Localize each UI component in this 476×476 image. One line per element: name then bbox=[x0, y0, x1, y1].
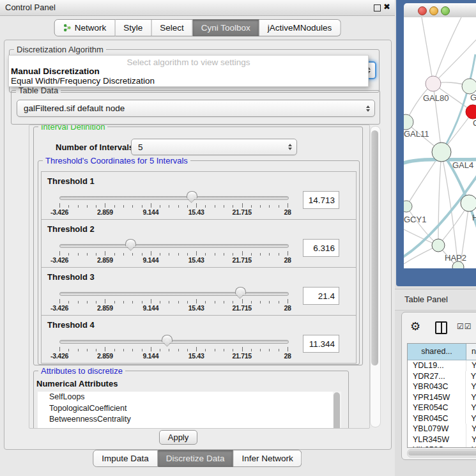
tab-impute-data[interactable]: Impute Data bbox=[93, 450, 158, 467]
table-cell: YLR345W bbox=[408, 434, 466, 445]
dropdown-option-manual-discretization[interactable]: Manual Discretization bbox=[11, 66, 100, 76]
network-window-titlebar[interactable] bbox=[404, 3, 476, 18]
table-cell: YPR145W bbox=[408, 392, 466, 403]
checkbox-filter-icons[interactable]: ☑☑ bbox=[457, 322, 472, 331]
close-traffic-light-icon[interactable] bbox=[418, 6, 427, 15]
slider-thumb[interactable] bbox=[235, 287, 246, 295]
apply-button[interactable]: Apply bbox=[159, 430, 197, 445]
slider-tick-labels: -3.4262.8599.14415.4321.71528 bbox=[59, 304, 288, 312]
slider-thumb[interactable] bbox=[187, 191, 197, 199]
panel-title: Control Panel bbox=[5, 3, 56, 12]
attribute-item[interactable]: BetweennessCentrality bbox=[38, 414, 333, 426]
threshold-slider[interactable]: -3.4262.8599.14415.4321.71528 bbox=[59, 339, 288, 360]
table-cell: YLR3 bbox=[466, 434, 476, 445]
slider-tick-labels: -3.4262.8599.14415.4321.71528 bbox=[59, 208, 288, 216]
dropdown-option-equal-width-frequency[interactable]: Equal Width/Frequency Discretization bbox=[11, 76, 155, 86]
slider-thumb[interactable] bbox=[162, 335, 173, 342]
table-row[interactable]: YIL052CYIL0 bbox=[408, 445, 476, 448]
close-icon[interactable]: ✖ bbox=[383, 2, 390, 12]
group-title: Interval Definition bbox=[38, 125, 107, 132]
table-horizontal-scrollbar[interactable] bbox=[407, 449, 476, 457]
column-layout-icon[interactable] bbox=[435, 321, 447, 334]
table-row[interactable]: YDR27...YDR2 bbox=[408, 371, 476, 382]
algorithm-dropdown-popup: Select algorithm to view settings Manual… bbox=[8, 55, 369, 87]
table-row[interactable]: YDL19...YDL1 bbox=[408, 360, 476, 371]
number-of-intervals-combobox[interactable]: 5 bbox=[131, 139, 297, 155]
tab-style[interactable]: Style bbox=[115, 19, 151, 36]
table-row[interactable]: YBR045CYBR0 bbox=[408, 413, 476, 424]
slider-tick-labels: -3.4262.8599.14415.4321.71528 bbox=[59, 256, 288, 264]
dropdown-prompt: Select algorithm to view settings bbox=[9, 58, 368, 67]
attributes-group: Attributes to discretize Numerical Attri… bbox=[33, 371, 349, 429]
column-header-shared-name[interactable]: shared... bbox=[408, 344, 466, 360]
attribute-item[interactable]: SelfLoops bbox=[38, 392, 333, 403]
numerical-attributes-list: SelfLoopsTopologicalCoefficientBetweenne… bbox=[38, 392, 333, 429]
attributes-list-scrollbar[interactable] bbox=[333, 392, 341, 429]
tab-discretize-data[interactable]: Discretize Data bbox=[158, 450, 234, 467]
table-row[interactable]: YPR145WYPR1 bbox=[408, 392, 476, 403]
tab-label: Impute Data bbox=[102, 450, 149, 466]
attribute-item[interactable]: TopologicalCoefficient bbox=[38, 403, 333, 415]
table-cell: YBR045C bbox=[408, 413, 466, 424]
tab-label: Cyni Toolbox bbox=[201, 20, 250, 36]
group-title: Discretization Algorithm bbox=[14, 45, 106, 54]
table-cell: YPR1 bbox=[466, 392, 476, 403]
tab-cyni-toolbox[interactable]: Cyni Toolbox bbox=[193, 19, 259, 36]
tab-select[interactable]: Select bbox=[151, 19, 193, 36]
table-row[interactable]: YLR345WYLR3 bbox=[408, 434, 476, 445]
tab-infer-network[interactable]: Infer Network bbox=[233, 450, 302, 467]
number-of-intervals-value: 5 bbox=[132, 142, 285, 152]
tick-label: 28 bbox=[284, 208, 291, 216]
tick-label: -3.426 bbox=[50, 352, 68, 360]
threshold-panel: Threshold 4 -3.4262.8599.14415.4321.7152… bbox=[41, 315, 357, 364]
threshold-value-field[interactable]: 11.344 bbox=[303, 335, 339, 353]
tick-label: 9.144 bbox=[142, 352, 158, 360]
table-cell: YIL052C bbox=[408, 445, 466, 448]
threshold-label: Threshold 4 bbox=[47, 320, 95, 330]
threshold-slider[interactable]: -3.4262.8599.14415.4321.71528 bbox=[59, 243, 288, 265]
settings-scroll-viewport: Interval Definition Number of Intervals … bbox=[29, 125, 370, 429]
table-panel-header: Table Panel bbox=[395, 289, 476, 311]
table-body: YDL19...YDL1YDR27...YDR2YBR043CYBR0YPR14… bbox=[408, 360, 476, 448]
tab-network[interactable]: Network bbox=[54, 19, 116, 36]
scrollbar-thumb[interactable] bbox=[371, 130, 378, 365]
tick-label: 21.715 bbox=[232, 256, 251, 264]
node-label: HAP2 bbox=[445, 253, 466, 263]
table-row[interactable]: YER054CYER0 bbox=[408, 403, 476, 413]
zoom-traffic-light-icon[interactable] bbox=[441, 6, 450, 15]
slider-track[interactable] bbox=[59, 196, 289, 200]
slider-track[interactable] bbox=[59, 292, 289, 296]
table-row[interactable]: YBR043CYBR0 bbox=[408, 381, 476, 392]
panel-vertical-scrollbar[interactable] bbox=[370, 126, 381, 427]
threshold-value-field[interactable]: 6.316 bbox=[303, 239, 339, 257]
scrollbar-thumb[interactable] bbox=[334, 392, 340, 429]
tick-label: 28 bbox=[284, 256, 291, 264]
column-header-name[interactable]: na bbox=[466, 344, 476, 360]
tab-jactivemnodules[interactable]: jActiveMNodules bbox=[259, 19, 341, 36]
settings-gear-icon[interactable]: ⚙ bbox=[410, 319, 420, 334]
threshold-value-field[interactable]: 21.4 bbox=[303, 287, 339, 305]
tab-label: Select bbox=[160, 20, 184, 36]
table-data-combobox[interactable]: galFiltered.sif default node bbox=[17, 100, 375, 117]
tick-label: 9.144 bbox=[142, 304, 158, 312]
minimize-traffic-light-icon[interactable] bbox=[429, 6, 438, 15]
threshold-slider[interactable]: -3.4262.8599.14415.4321.71528 bbox=[59, 291, 288, 312]
slider-thumb[interactable] bbox=[125, 239, 136, 247]
threshold-label: Threshold 2 bbox=[47, 224, 95, 234]
combobox-stepper-icon bbox=[285, 144, 295, 150]
threshold-label: Threshold 1 bbox=[47, 176, 95, 186]
threshold-value-field[interactable]: 14.713 bbox=[303, 191, 339, 209]
float-window-icon[interactable] bbox=[374, 4, 381, 12]
scrollbar-thumb[interactable] bbox=[408, 450, 476, 456]
threshold-slider[interactable]: -3.4262.8599.14415.4321.71528 bbox=[59, 195, 288, 217]
threshold-label: Threshold 3 bbox=[47, 272, 95, 282]
slider-ticks bbox=[59, 347, 288, 352]
table-cell: YBL079W bbox=[408, 424, 466, 434]
tab-label: Network bbox=[75, 20, 107, 36]
slider-track[interactable] bbox=[59, 340, 289, 344]
control-panel: Control Panel ✖ Network Style Select bbox=[0, 0, 395, 476]
slider-ticks bbox=[59, 299, 288, 304]
table-row[interactable]: YBL079WYBL0 bbox=[408, 424, 476, 434]
network-canvas[interactable]: GAL80GAL11GAL4GCY1HAP2GCH bbox=[404, 17, 476, 268]
slider-track[interactable] bbox=[59, 244, 289, 248]
